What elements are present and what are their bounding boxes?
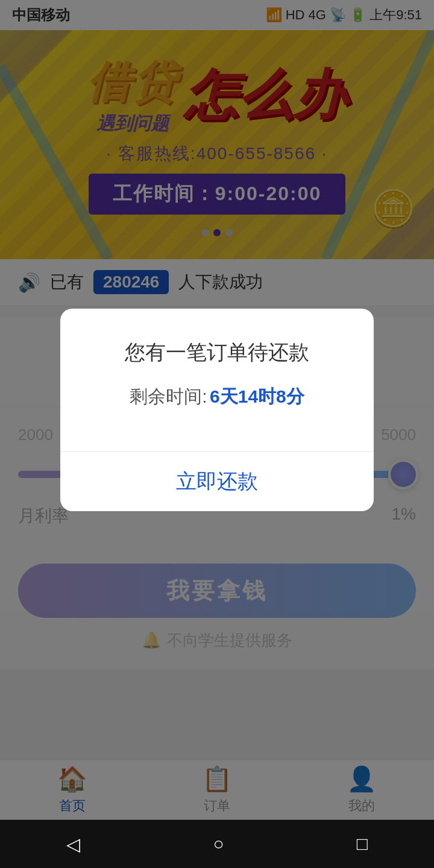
modal-overlay: 您有一笔订单待还款 剩余时间: 6天14时8分 立即还款 bbox=[0, 0, 434, 820]
android-nav: ◁ ○ □ bbox=[0, 820, 434, 868]
modal-footer: 立即还款 bbox=[60, 452, 374, 511]
modal-remaining-value: 6天14时8分 bbox=[210, 386, 304, 406]
modal-remaining-row: 剩余时间: 6天14时8分 bbox=[84, 385, 350, 409]
modal-body: 您有一笔订单待还款 剩余时间: 6天14时8分 bbox=[60, 309, 374, 427]
recent-button[interactable]: □ bbox=[357, 834, 368, 854]
home-button[interactable]: ○ bbox=[213, 834, 224, 854]
back-button[interactable]: ◁ bbox=[66, 834, 80, 855]
modal-title: 您有一笔订单待还款 bbox=[84, 339, 350, 366]
modal-card: 您有一笔订单待还款 剩余时间: 6天14时8分 立即还款 bbox=[60, 309, 374, 511]
repay-now-button[interactable]: 立即还款 bbox=[176, 468, 258, 495]
modal-remaining-label: 剩余时间: bbox=[130, 386, 207, 406]
